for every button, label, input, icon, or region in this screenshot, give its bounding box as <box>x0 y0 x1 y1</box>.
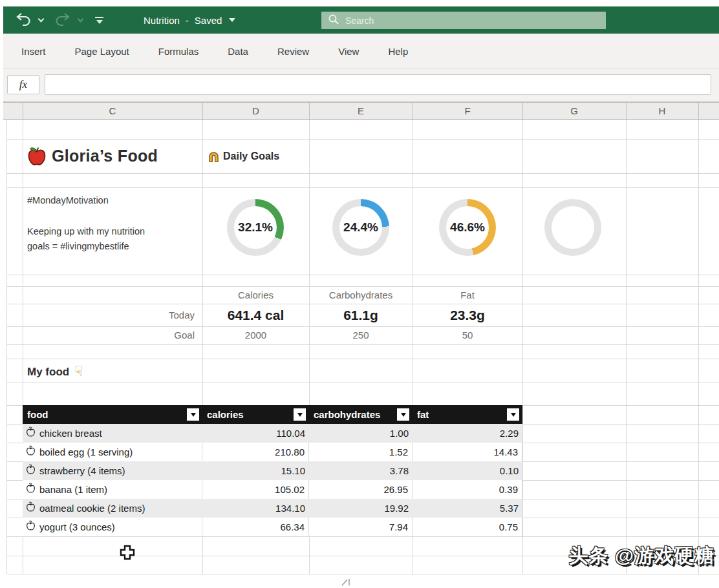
apple-outline-icon <box>26 461 36 480</box>
fat-cell: 2.29 <box>413 424 522 443</box>
food-name: boiled egg (1 serving) <box>39 443 133 461</box>
donut-chart-fat: 46.6% <box>439 199 496 256</box>
food-cell: boiled egg (1 serving) <box>23 443 202 461</box>
daily-goals-label: Daily Goals <box>223 149 279 163</box>
table-row[interactable]: oatmeal cookie (2 items)134.1019.925.37 <box>23 499 522 518</box>
table-row[interactable]: banana (1 item)105.0226.950.39 <box>23 480 522 499</box>
food-table-body: chicken breast110.041.002.29boiled egg (… <box>23 424 522 536</box>
sheet-title: Gloria’s Food <box>52 145 158 167</box>
food-cell: oatmeal cookie (2 items) <box>23 499 202 518</box>
food-name: strawberry (4 items) <box>39 461 125 480</box>
goal-label: Goal <box>23 326 199 344</box>
carbohydrates-cell: 19.92 <box>309 499 413 518</box>
food-table-header: food calories carbohydrates fat <box>23 405 522 424</box>
fat-cell: 14.43 <box>413 443 522 461</box>
donut-percent-calories: 32.1% <box>237 220 274 235</box>
metric-name-carbohydrates: Carbohydrates <box>309 286 413 304</box>
apple-outline-icon <box>26 443 36 461</box>
header-food: food <box>23 405 202 424</box>
filter-button-food[interactable] <box>187 408 199 421</box>
filter-button-fat[interactable] <box>507 408 519 421</box>
excel-window: Nutrition - Saved Insert Page Layout For… <box>0 0 719 588</box>
header-carbohydrates: carbohydrates <box>309 405 413 424</box>
table-row[interactable]: strawberry (4 items)15.103.780.10 <box>23 461 522 480</box>
donut-chart-carbohydrates: 24.4% <box>332 199 389 256</box>
metric-name-fat: Fat <box>413 286 522 304</box>
table-row[interactable]: yogurt (3 ounces)66.347.940.75 <box>23 518 522 536</box>
my-food-label: My food☟ <box>27 362 83 379</box>
fat-cell: 0.75 <box>413 518 522 536</box>
food-name: chicken breast <box>39 424 102 443</box>
metric-name-calories: Calories <box>202 286 309 304</box>
motivation-line-3: goals = #livingmybestlife <box>27 241 129 251</box>
table-row[interactable]: chicken breast110.041.002.29 <box>23 424 522 443</box>
apple-outline-icon <box>26 424 36 443</box>
pointing-down-icon: ☟ <box>74 363 83 379</box>
fat-cell: 5.37 <box>413 499 522 518</box>
food-cell: strawberry (4 items) <box>23 461 202 480</box>
table-row[interactable]: boiled egg (1 serving)210.801.5214.43 <box>23 443 522 461</box>
calories-cell: 15.10 <box>202 461 309 480</box>
food-name: yogurt (3 ounces) <box>39 518 115 536</box>
calories-cell: 134.10 <box>202 499 309 518</box>
watermark: 头条 @游戏硬糖 <box>553 543 714 569</box>
carbohydrates-cell: 7.94 <box>309 518 413 536</box>
goal-fat: 50 <box>413 326 522 344</box>
carbohydrates-cell: 3.78 <box>309 461 413 480</box>
fat-cell: 0.39 <box>413 480 522 499</box>
carbohydrates-cell: 1.52 <box>309 443 413 461</box>
header-calories: calories <box>202 405 309 424</box>
carbohydrates-cell: 26.95 <box>309 480 413 499</box>
motivation-line-2: Keeping up with my nutrition <box>27 226 145 236</box>
calories-cell: 66.34 <box>202 518 309 536</box>
filter-button-carbohydrates[interactable] <box>397 408 409 421</box>
cell-cursor-icon[interactable] <box>119 544 136 563</box>
carbohydrates-cell: 1.00 <box>309 424 413 443</box>
header-fat: fat <box>413 405 522 424</box>
today-carbohydrates: 61.1g <box>309 304 413 326</box>
donut-percent-fat: 46.6% <box>449 220 486 235</box>
apple-outline-icon <box>26 518 36 536</box>
food-table: food calories carbohydrates fat chicken … <box>23 405 522 536</box>
apple-outline-icon <box>26 480 36 499</box>
food-name: oatmeal cookie (2 items) <box>39 499 145 518</box>
today-fat: 23.3g <box>413 304 522 326</box>
page-artifact <box>341 577 354 588</box>
fat-cell: 0.10 <box>413 461 522 480</box>
apple-outline-icon <box>26 499 36 518</box>
food-cell: banana (1 item) <box>23 480 202 499</box>
donut-percent-carbohydrates: 24.4% <box>342 220 380 235</box>
calories-cell: 105.02 <box>202 480 309 499</box>
filter-button-calories[interactable] <box>294 408 306 421</box>
goal-calories: 2000 <box>202 326 309 344</box>
goal-carbohydrates: 250 <box>309 326 413 344</box>
food-cell: chicken breast <box>23 424 202 443</box>
goal-icon <box>207 150 220 166</box>
apple-icon <box>27 145 47 169</box>
donut-chart-calories: 32.1% <box>227 199 284 256</box>
food-cell: yogurt (3 ounces) <box>23 518 202 536</box>
calories-cell: 110.04 <box>202 424 309 443</box>
calories-cell: 210.80 <box>202 443 309 461</box>
donut-chart-empty <box>544 199 601 256</box>
sheet-content: Gloria’s Food Daily Goals #MondayMotivat… <box>0 0 719 588</box>
today-calories: 641.4 cal <box>202 304 309 326</box>
motivation-line-1: #MondayMotivation <box>27 195 109 205</box>
today-label: Today <box>23 304 199 326</box>
food-name: banana (1 item) <box>39 480 107 499</box>
